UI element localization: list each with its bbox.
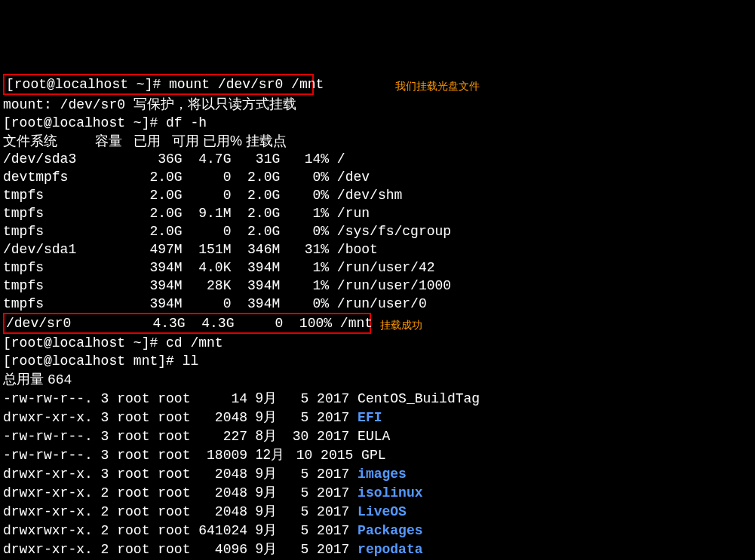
ll-row: -rw-rw-r--. 3 root root 227 8月 30 2017 E… (3, 427, 752, 445)
df-row: tmpfs 394M 0 394M 0% /run/user/0 (3, 295, 752, 313)
ll-row: drwxr-xr-x. 2 root root 2048 9月 5 2017 L… (3, 502, 752, 521)
prompt: [root@localhost ~]# (6, 77, 169, 92)
ll-row: drwxr-xr-x. 2 root root 2048 9月 5 2017 i… (3, 483, 752, 502)
highlight-box-sr0: /dev/sr0 4.3G 4.3G 0 100% /mnt (3, 313, 371, 334)
highlight-box-mount: [root@localhost ~]# mount /dev/sr0 /mnt (3, 74, 314, 95)
annot-1: 我们挂载光盘文件 (395, 77, 480, 95)
df-header: 文件系统 容量 已用 可用 已用% 挂载点 (3, 132, 752, 150)
cmd-ll: [root@localhost mnt]# ll (3, 352, 752, 370)
ll-row: drwxr-xr-x. 3 root root 2048 9月 5 2017 E… (3, 408, 752, 427)
mount-warning: mount: /dev/sr0 写保护，将以只读方式挂载 (3, 95, 752, 114)
cmd-mount: mount /dev/sr0 /mnt (169, 77, 324, 92)
ll-row: -rw-rw-r--. 3 root root 14 9月 5 2017 Cen… (3, 389, 752, 408)
df-row: tmpfs 2.0G 0 2.0G 0% /sys/fs/cgroup (3, 222, 752, 240)
df-row: tmpfs 2.0G 0 2.0G 0% /dev/shm (3, 186, 752, 204)
ll-row: drwxr-xr-x. 2 root root 4096 9月 5 2017 r… (3, 540, 752, 558)
ll-row: -rw-rw-r--. 3 root root 18009 12月 10 201… (3, 445, 752, 464)
df-row: tmpfs 394M 28K 394M 1% /run/user/1000 (3, 277, 752, 295)
df-row: devtmpfs 2.0G 0 2.0G 0% /dev (3, 168, 752, 186)
ll-total: 总用量 664 (3, 370, 752, 389)
cmd-df: [root@localhost ~]# df -h (3, 114, 752, 132)
df-row: /dev/sda3 36G 4.7G 31G 14% / (3, 150, 752, 168)
df-row: tmpfs 394M 4.0K 394M 1% /run/user/42 (3, 259, 752, 277)
cmd-cd: [root@localhost ~]# cd /mnt (3, 334, 752, 352)
df-row: /dev/sda1 497M 151M 346M 31% /boot (3, 240, 752, 259)
ll-row: drwxr-xr-x. 3 root root 2048 9月 5 2017 i… (3, 464, 752, 483)
annot-2: 挂载成功 (380, 316, 422, 334)
df-row: tmpfs 2.0G 9.1M 2.0G 1% /run (3, 204, 752, 222)
ll-row: drwxrwxr-x. 2 root root 641024 9月 5 2017… (3, 521, 752, 540)
